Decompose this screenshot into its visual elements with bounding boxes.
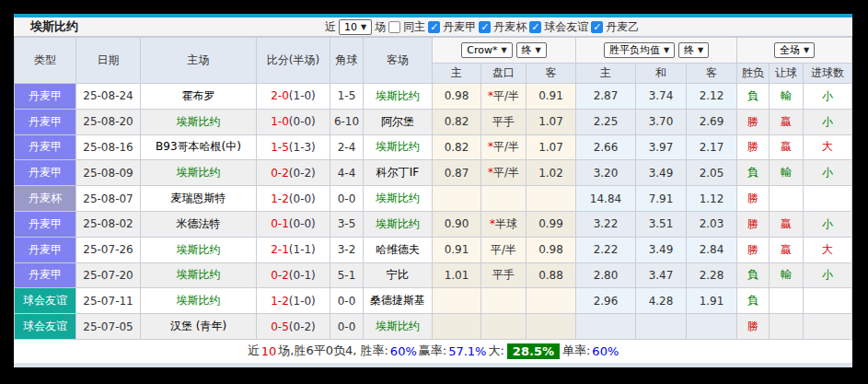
col-header-avg-draw: 和: [636, 64, 687, 84]
avg-away-odds-cell: 2.69: [687, 109, 737, 134]
league-checkbox-danmai-jia[interactable]: [428, 21, 440, 33]
away-team: 埃斯比约: [376, 140, 420, 153]
avg-home-odds-cell: 2.22: [576, 237, 636, 262]
handicap-home-odds-cell: [433, 186, 481, 212]
handicap-away-odds-cell: [527, 314, 576, 340]
footer-count: 10: [261, 344, 277, 358]
match-count-select[interactable]: 10▼: [339, 19, 372, 35]
avg-away-odds-cell: 2.05: [687, 160, 737, 186]
handicap-home-odds-cell: 0.87: [433, 160, 481, 186]
avg-home-odds-cell: 3.22: [576, 211, 636, 237]
avg-draw-odds-cell: 3.47: [636, 262, 687, 288]
table-row: 丹麦甲 25-08-24 霍布罗 2-0(1-0) 1-5 埃斯比约 0.98 …: [15, 84, 852, 110]
handicap-home-odds-cell: [433, 288, 481, 314]
handicap-home-odds-cell: 0.91: [433, 237, 481, 262]
result-goals-cell: 小: [804, 84, 852, 110]
result-wdl-cell: 負: [737, 262, 770, 288]
score-cell: 0-5(0-2): [257, 314, 330, 340]
score-cell: 1-2(0-0): [257, 186, 330, 212]
fulltime-score: 1-2: [271, 295, 289, 308]
col-header-result-goals: 进球数: [804, 64, 852, 84]
fulltime-score: 1-5: [271, 141, 289, 154]
halftime-score: (1-1): [289, 243, 316, 256]
avg-away-odds-cell: 2.17: [687, 134, 737, 160]
avg-home-odds-cell: 3.20: [576, 160, 636, 186]
league-cell: 丹麦甲: [15, 134, 76, 160]
away-team: 桑德捷斯基: [370, 294, 425, 307]
away-cell: 埃斯比约: [364, 134, 433, 160]
league-cell: 球会友谊: [15, 314, 76, 340]
result-handicap-cell: 輸: [770, 84, 804, 110]
corner-cell: 0-0: [330, 186, 364, 212]
handicap-line: 平手: [492, 268, 515, 281]
table-row: 丹麦甲 25-07-26 埃斯比约 2-1(1-1) 3-2 哈维德夫 0.91…: [15, 237, 852, 262]
match-history-panel: 埃斯比约 近 10▼ 场 同主 丹麦甲 丹麦杯 球会友谊 丹麦乙 类型 日期: [14, 14, 852, 367]
result-wdl-cell: 負: [737, 288, 770, 314]
league-checkbox-friendly[interactable]: [529, 21, 541, 33]
halftime-score: (1-0): [289, 89, 316, 102]
league-checkbox-danmai-bei[interactable]: [479, 21, 491, 33]
score-cell: 0-2(0-1): [257, 262, 330, 288]
handicap-away-odds-cell: 0.91: [527, 84, 576, 110]
col-header-result-wdl: 胜负: [737, 64, 770, 84]
col-header-result-handicap: 让球: [770, 64, 804, 84]
halftime-score: (0-0): [289, 115, 316, 128]
league-cell: 丹麦甲: [15, 109, 76, 134]
col-header-corner: 角球: [330, 38, 364, 84]
avg-away-odds-cell: 2.28: [687, 262, 737, 288]
result-wdl-cell: 勝: [737, 186, 770, 212]
footer-single-label: 单率:: [562, 343, 590, 359]
avg-home-odds-cell: 2.87: [576, 84, 636, 110]
league-checkbox-danmai-yi[interactable]: [591, 21, 603, 33]
date-cell: 25-07-26: [76, 237, 141, 262]
avg-draw-odds-cell: 4.28: [636, 288, 687, 314]
scope-select[interactable]: 全场▼: [774, 42, 815, 58]
title-bar: 埃斯比约 近 10▼ 场 同主 丹麦甲 丹麦杯 球会友谊 丹麦乙: [14, 17, 852, 37]
avg-source-select[interactable]: 胜平负均值▼: [604, 42, 675, 58]
result-goals-cell: [804, 314, 852, 340]
handicap-line-cell: *平/半: [481, 84, 527, 110]
col-header-type: 类型: [15, 38, 76, 84]
footer-single-rate: 60%: [592, 344, 619, 358]
result-goals-cell: 大: [804, 134, 852, 160]
filter-controls: 近 10▼ 场 同主 丹麦甲 丹麦杯 球会友谊 丹麦乙: [325, 17, 639, 37]
odds-source-select[interactable]: Crow*▼: [461, 42, 512, 58]
col-header-handicap-away: 客: [527, 64, 576, 84]
date-cell: 25-08-24: [76, 84, 141, 110]
fulltime-score: 1-2: [271, 192, 289, 205]
average-selects-cell: 胜平负均值▼ 终▼: [576, 38, 737, 64]
home-team: 汉堡 (青年): [170, 320, 226, 332]
corner-cell: 3-2: [330, 237, 364, 262]
home-team: 麦瑞恩斯特: [171, 192, 226, 204]
matches-unit-label: 场: [375, 19, 386, 35]
result-wdl-cell: 勝: [737, 314, 770, 340]
halftime-score: (1-3): [289, 141, 316, 154]
away-team: 埃斯比约: [376, 320, 420, 332]
avg-time-select[interactable]: 终▼: [678, 42, 709, 58]
home-cell: 埃斯比约: [141, 237, 257, 262]
avg-home-odds-cell: 2.96: [576, 288, 636, 314]
avg-home-odds-cell: 2.66: [576, 134, 636, 160]
scope-select-cell: 全场▼: [737, 38, 852, 64]
date-cell: 25-07-11: [76, 288, 141, 314]
footer-odds-rate: 57.1%: [448, 344, 486, 358]
halftime-score: (0-2): [289, 167, 316, 180]
away-cell: 哈维德夫: [364, 237, 433, 262]
handicap-line: 平手: [492, 115, 515, 128]
league-label-friendly: 球会友谊: [544, 19, 588, 35]
away-cell: 埃斯比约: [364, 314, 433, 340]
handicap-home-odds-cell: 0.82: [433, 134, 481, 160]
league-label-danmai-bei: 丹麦杯: [493, 19, 527, 35]
avg-home-odds-cell: 2.25: [576, 109, 636, 134]
same-home-checkbox[interactable]: [388, 21, 400, 33]
fulltime-score: 1-0: [271, 115, 289, 128]
away-team: 埃斯比约: [376, 89, 420, 102]
result-wdl-cell: 勝: [737, 237, 770, 262]
halftime-score: (0-2): [289, 320, 316, 333]
table-row: 球会友谊 25-07-05 汉堡 (青年) 0-5(0-2) 0-0 埃斯比约 …: [15, 314, 852, 340]
odds-time-select[interactable]: 终▼: [516, 42, 547, 58]
away-cell: 桑德捷斯基: [364, 288, 433, 314]
col-header-avg-away: 客: [687, 64, 737, 84]
team-title: 埃斯比约: [30, 18, 78, 35]
result-wdl-cell: 勝: [737, 109, 770, 134]
